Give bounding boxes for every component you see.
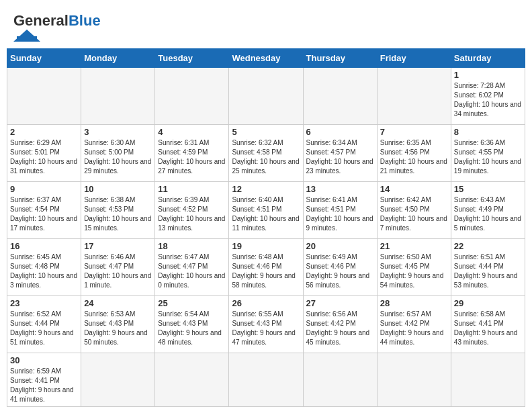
svg-rect-1 — [17, 36, 37, 42]
day-info: Sunrise: 6:46 AM Sunset: 4:47 PM Dayligh… — [84, 253, 152, 290]
calendar: SundayMondayTuesdayWednesdayThursdayFrid… — [7, 48, 525, 407]
day-info: Sunrise: 6:29 AM Sunset: 5:01 PM Dayligh… — [10, 138, 78, 176]
day-info: Sunrise: 6:34 AM Sunset: 4:57 PM Dayligh… — [306, 138, 374, 176]
header-sunday: Sunday — [7, 49, 81, 68]
calendar-cell: 4Sunrise: 6:31 AM Sunset: 4:59 PM Daylig… — [155, 125, 229, 182]
logo-text: GeneralBlue — [13, 13, 101, 28]
day-info: Sunrise: 6:54 AM Sunset: 4:43 PM Dayligh… — [158, 310, 226, 347]
day-number: 6 — [306, 127, 374, 137]
day-number: 23 — [10, 298, 78, 308]
day-info: Sunrise: 6:38 AM Sunset: 4:53 PM Dayligh… — [84, 195, 152, 233]
day-number: 27 — [306, 298, 374, 308]
day-info: Sunrise: 6:35 AM Sunset: 4:56 PM Dayligh… — [380, 138, 448, 176]
day-info: Sunrise: 6:51 AM Sunset: 4:44 PM Dayligh… — [454, 253, 522, 290]
day-info: Sunrise: 6:57 AM Sunset: 4:42 PM Dayligh… — [380, 310, 448, 347]
calendar-cell — [229, 353, 303, 407]
day-number: 14 — [380, 184, 448, 194]
week-row-3: 16Sunrise: 6:45 AM Sunset: 4:48 PM Dayli… — [7, 239, 525, 296]
calendar-cell: 1Sunrise: 7:28 AM Sunset: 6:02 PM Daylig… — [451, 68, 525, 125]
day-info: Sunrise: 6:32 AM Sunset: 4:58 PM Dayligh… — [232, 138, 300, 176]
calendar-cell — [377, 353, 451, 407]
header-friday: Friday — [377, 49, 451, 68]
day-number: 4 — [158, 127, 226, 137]
calendar-cell: 18Sunrise: 6:47 AM Sunset: 4:47 PM Dayli… — [155, 239, 229, 296]
day-info: Sunrise: 6:45 AM Sunset: 4:48 PM Dayligh… — [10, 253, 78, 290]
calendar-cell: 3Sunrise: 6:30 AM Sunset: 5:00 PM Daylig… — [81, 125, 155, 182]
day-number: 26 — [232, 298, 300, 308]
day-info: Sunrise: 6:39 AM Sunset: 4:52 PM Dayligh… — [158, 195, 226, 233]
day-info: Sunrise: 6:58 AM Sunset: 4:41 PM Dayligh… — [454, 310, 522, 347]
day-info: Sunrise: 6:59 AM Sunset: 4:41 PM Dayligh… — [10, 367, 78, 404]
week-row-2: 9Sunrise: 6:37 AM Sunset: 4:54 PM Daylig… — [7, 182, 525, 239]
calendar-cell: 30Sunrise: 6:59 AM Sunset: 4:41 PM Dayli… — [7, 353, 81, 407]
calendar-cell — [81, 353, 155, 407]
calendar-cell — [7, 68, 81, 125]
header-saturday: Saturday — [451, 49, 525, 68]
calendar-cell: 13Sunrise: 6:41 AM Sunset: 4:51 PM Dayli… — [303, 182, 377, 239]
day-number: 24 — [84, 298, 152, 308]
header-monday: Monday — [81, 49, 155, 68]
day-info: Sunrise: 6:31 AM Sunset: 4:59 PM Dayligh… — [158, 138, 226, 176]
day-info: Sunrise: 6:47 AM Sunset: 4:47 PM Dayligh… — [158, 253, 226, 290]
week-row-0: 1Sunrise: 7:28 AM Sunset: 6:02 PM Daylig… — [7, 68, 525, 125]
calendar-cell — [155, 353, 229, 407]
day-number: 25 — [158, 298, 226, 308]
day-info: Sunrise: 6:50 AM Sunset: 4:45 PM Dayligh… — [380, 253, 448, 290]
day-number: 30 — [10, 355, 78, 365]
day-info: Sunrise: 6:53 AM Sunset: 4:43 PM Dayligh… — [84, 310, 152, 347]
logo-general: General — [13, 12, 69, 29]
day-info: Sunrise: 6:52 AM Sunset: 4:44 PM Dayligh… — [10, 310, 78, 347]
day-info: Sunrise: 6:56 AM Sunset: 4:42 PM Dayligh… — [306, 310, 374, 347]
day-info: Sunrise: 6:55 AM Sunset: 4:43 PM Dayligh… — [232, 310, 300, 347]
weekday-header-row: SundayMondayTuesdayWednesdayThursdayFrid… — [7, 49, 525, 68]
calendar-cell: 24Sunrise: 6:53 AM Sunset: 4:43 PM Dayli… — [81, 296, 155, 353]
logo: GeneralBlue — [13, 13, 101, 42]
calendar-cell: 15Sunrise: 6:43 AM Sunset: 4:49 PM Dayli… — [451, 182, 525, 239]
header-thursday: Thursday — [303, 49, 377, 68]
day-number: 5 — [232, 127, 300, 137]
calendar-cell: 11Sunrise: 6:39 AM Sunset: 4:52 PM Dayli… — [155, 182, 229, 239]
calendar-cell: 19Sunrise: 6:48 AM Sunset: 4:46 PM Dayli… — [229, 239, 303, 296]
logo-blue: Blue — [69, 12, 101, 29]
day-info: Sunrise: 6:37 AM Sunset: 4:54 PM Dayligh… — [10, 195, 78, 233]
calendar-cell — [229, 68, 303, 125]
day-number: 21 — [380, 241, 448, 251]
day-number: 3 — [84, 127, 152, 137]
header: GeneralBlue — [7, 7, 525, 45]
week-row-1: 2Sunrise: 6:29 AM Sunset: 5:01 PM Daylig… — [7, 125, 525, 182]
day-info: Sunrise: 6:42 AM Sunset: 4:50 PM Dayligh… — [380, 195, 448, 233]
calendar-cell: 9Sunrise: 6:37 AM Sunset: 4:54 PM Daylig… — [7, 182, 81, 239]
day-number: 18 — [158, 241, 226, 251]
day-info: Sunrise: 6:41 AM Sunset: 4:51 PM Dayligh… — [306, 195, 374, 233]
day-number: 8 — [454, 127, 522, 137]
calendar-cell: 7Sunrise: 6:35 AM Sunset: 4:56 PM Daylig… — [377, 125, 451, 182]
day-number: 10 — [84, 184, 152, 194]
calendar-cell: 23Sunrise: 6:52 AM Sunset: 4:44 PM Dayli… — [7, 296, 81, 353]
day-number: 9 — [10, 184, 78, 194]
calendar-cell — [303, 68, 377, 125]
calendar-cell — [155, 68, 229, 125]
calendar-cell: 27Sunrise: 6:56 AM Sunset: 4:42 PM Dayli… — [303, 296, 377, 353]
calendar-cell — [303, 353, 377, 407]
day-info: Sunrise: 6:43 AM Sunset: 4:49 PM Dayligh… — [454, 195, 522, 233]
calendar-cell: 12Sunrise: 6:40 AM Sunset: 4:51 PM Dayli… — [229, 182, 303, 239]
week-row-5: 30Sunrise: 6:59 AM Sunset: 4:41 PM Dayli… — [7, 353, 525, 407]
calendar-cell — [81, 68, 155, 125]
day-number: 28 — [380, 298, 448, 308]
calendar-cell: 10Sunrise: 6:38 AM Sunset: 4:53 PM Dayli… — [81, 182, 155, 239]
calendar-cell: 29Sunrise: 6:58 AM Sunset: 4:41 PM Dayli… — [451, 296, 525, 353]
day-info: Sunrise: 6:48 AM Sunset: 4:46 PM Dayligh… — [232, 253, 300, 290]
logo-icon — [13, 30, 40, 42]
day-number: 17 — [84, 241, 152, 251]
day-number: 20 — [306, 241, 374, 251]
calendar-cell: 20Sunrise: 6:49 AM Sunset: 4:46 PM Dayli… — [303, 239, 377, 296]
header-tuesday: Tuesday — [155, 49, 229, 68]
calendar-cell: 8Sunrise: 6:36 AM Sunset: 4:55 PM Daylig… — [451, 125, 525, 182]
week-row-4: 23Sunrise: 6:52 AM Sunset: 4:44 PM Dayli… — [7, 296, 525, 353]
calendar-cell: 25Sunrise: 6:54 AM Sunset: 4:43 PM Dayli… — [155, 296, 229, 353]
calendar-cell: 21Sunrise: 6:50 AM Sunset: 4:45 PM Dayli… — [377, 239, 451, 296]
day-info: Sunrise: 6:36 AM Sunset: 4:55 PM Dayligh… — [454, 138, 522, 176]
calendar-cell: 26Sunrise: 6:55 AM Sunset: 4:43 PM Dayli… — [229, 296, 303, 353]
calendar-cell: 5Sunrise: 6:32 AM Sunset: 4:58 PM Daylig… — [229, 125, 303, 182]
day-number: 11 — [158, 184, 226, 194]
